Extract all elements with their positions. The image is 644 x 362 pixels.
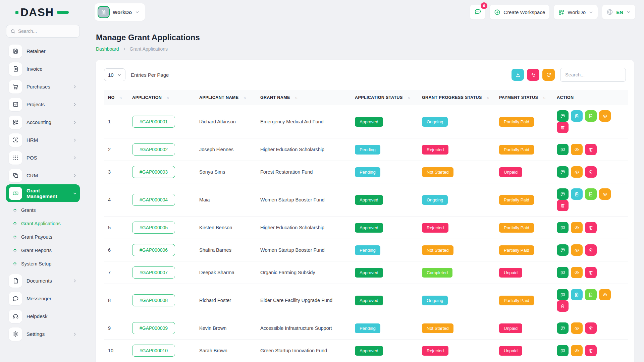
- create-workspace-button[interactable]: Create Workspace: [490, 5, 549, 19]
- export-button[interactable]: [512, 69, 524, 81]
- user-menu[interactable]: WorkDo: [554, 5, 598, 19]
- sidebar-item-settings[interactable]: Settings: [6, 325, 80, 343]
- application-number-chip[interactable]: #GAP000007: [132, 266, 175, 279]
- messages-badge: 0: [481, 2, 487, 9]
- application-number-chip[interactable]: #GAP000005: [132, 222, 175, 234]
- sidebar-search-input[interactable]: [18, 28, 75, 34]
- headset-icon: [9, 310, 22, 323]
- trash-button[interactable]: [585, 144, 597, 155]
- sort-icon[interactable]: ↑↓: [119, 96, 122, 100]
- cell-applicant-name: Sarah Brown: [195, 340, 256, 362]
- sidebar-item-pos[interactable]: POS: [6, 149, 80, 167]
- chat-button[interactable]: [557, 345, 569, 356]
- column-header-application-status[interactable]: APPLICATION STATUS↑↓: [351, 90, 418, 105]
- clipboard-dollar-button[interactable]: [571, 188, 583, 200]
- sort-icon[interactable]: ↑↓: [243, 96, 246, 100]
- sidebar-item-helpdesk[interactable]: Helpdesk: [6, 307, 80, 325]
- application-number-chip[interactable]: #GAP000002: [132, 143, 175, 156]
- sidebar-item-crm[interactable]: CRM: [6, 167, 80, 184]
- sidebar-item-purchases[interactable]: Purchases: [6, 78, 80, 96]
- chat-button[interactable]: [557, 322, 569, 334]
- chat-button[interactable]: [557, 188, 569, 200]
- status-badge: Unpaid: [499, 346, 522, 356]
- sort-icon[interactable]: ↑↓: [295, 96, 297, 100]
- refresh-button[interactable]: [542, 69, 555, 81]
- sidebar-item-accounting[interactable]: Accounting: [6, 113, 80, 131]
- undo-button[interactable]: [527, 69, 539, 81]
- sidebar-item-grant-management[interactable]: Grant Management: [6, 184, 80, 202]
- messages-button[interactable]: 0: [470, 5, 485, 19]
- chat-button[interactable]: [557, 244, 569, 256]
- sidebar-subitem-grant-payouts[interactable]: Grant Payouts: [13, 230, 80, 244]
- sidebar-search[interactable]: [6, 25, 80, 38]
- eye-button[interactable]: [571, 267, 583, 278]
- cell-actions: [553, 217, 628, 239]
- eye-button[interactable]: [571, 166, 583, 178]
- application-number-chip[interactable]: #GAP000009: [132, 322, 175, 334]
- application-number-chip[interactable]: #GAP000004: [132, 194, 175, 206]
- trash-button[interactable]: [585, 222, 597, 233]
- application-number-chip[interactable]: #GAP000008: [132, 294, 175, 306]
- eye-button[interactable]: [599, 110, 611, 122]
- application-number-chip[interactable]: #GAP000010: [132, 345, 175, 357]
- chat-button[interactable]: [557, 166, 569, 178]
- trash-button[interactable]: [585, 166, 597, 178]
- eye-button[interactable]: [571, 345, 583, 356]
- column-header-applicant-name[interactable]: APPLICANT NAME↑↓: [195, 90, 256, 105]
- sort-icon[interactable]: ↑↓: [487, 96, 489, 100]
- sort-icon[interactable]: ↑↓: [408, 96, 410, 100]
- language-label: EN: [616, 9, 623, 15]
- sidebar-subitem-grant-applications[interactable]: Grant Applications: [13, 217, 80, 230]
- chat-button[interactable]: [557, 222, 569, 233]
- sidebar-item-invoice[interactable]: Invoice: [6, 60, 80, 78]
- trash-button[interactable]: [585, 244, 597, 256]
- eye-button[interactable]: [571, 144, 583, 155]
- file-plus-button[interactable]: [585, 289, 597, 300]
- chat-button[interactable]: [557, 289, 569, 300]
- cell-progress-status: Ongoing: [418, 183, 495, 217]
- sidebar-item-hrm[interactable]: HRM: [6, 131, 80, 149]
- clipboard-dollar-button[interactable]: [571, 289, 583, 300]
- sidebar-item-retainer[interactable]: Retainer: [6, 42, 80, 60]
- sidebar-item-projects[interactable]: Projects: [6, 96, 80, 113]
- column-label: PAYMENT STATUS: [499, 95, 538, 100]
- application-number-chip[interactable]: #GAP000003: [132, 166, 175, 178]
- language-menu[interactable]: EN: [602, 5, 635, 19]
- sidebar-item-messenger[interactable]: Messenger: [6, 290, 80, 307]
- table-search-input[interactable]: [560, 68, 626, 82]
- file-plus-button[interactable]: [585, 188, 597, 200]
- column-header-application[interactable]: APPLICATION↑↓: [128, 90, 195, 105]
- trash-button[interactable]: [557, 300, 569, 312]
- column-header-no[interactable]: NO↑↓: [104, 90, 128, 105]
- application-number-chip[interactable]: #GAP000001: [132, 116, 175, 128]
- eye-button[interactable]: [571, 222, 583, 233]
- sidebar-subitem-grant-reports[interactable]: Grant Reports: [13, 244, 80, 257]
- sidebar-subitem-system-setup[interactable]: System Setup: [13, 257, 80, 270]
- clipboard-dollar-button[interactable]: [571, 110, 583, 122]
- trash-button[interactable]: [585, 267, 597, 278]
- eye-button[interactable]: [599, 289, 611, 300]
- eye-button[interactable]: [571, 244, 583, 256]
- trash-button[interactable]: [557, 122, 569, 133]
- trash-button[interactable]: [557, 200, 569, 211]
- column-header-payment-status[interactable]: PAYMENT STATUS↑↓: [495, 90, 553, 105]
- chat-button[interactable]: [557, 110, 569, 122]
- column-header-grant-name[interactable]: GRANT NAME↑↓: [256, 90, 351, 105]
- application-number-chip[interactable]: #GAP000006: [132, 244, 175, 256]
- sidebar-subitem-grants[interactable]: Grants: [13, 203, 80, 217]
- cell-applicant-name: Sonya Sims: [195, 161, 256, 183]
- sidebar-item-documents[interactable]: Documents: [6, 272, 80, 290]
- chat-button[interactable]: [557, 267, 569, 278]
- column-header-grant-progress-status[interactable]: GRANT PROGRESS STATUS↑↓: [418, 90, 495, 105]
- file-plus-button[interactable]: [585, 110, 597, 122]
- eye-button[interactable]: [571, 322, 583, 334]
- eye-button[interactable]: [599, 188, 611, 200]
- breadcrumb-dashboard-link[interactable]: Dashboard: [96, 46, 119, 52]
- sort-icon[interactable]: ↑↓: [543, 96, 545, 100]
- sort-icon[interactable]: ↑↓: [166, 96, 169, 100]
- chat-button[interactable]: [557, 144, 569, 155]
- workspace-switcher[interactable]: WorkDo: [95, 3, 145, 21]
- trash-button[interactable]: [585, 345, 597, 356]
- trash-button[interactable]: [585, 322, 597, 334]
- entries-per-page-select[interactable]: 10: [104, 68, 125, 81]
